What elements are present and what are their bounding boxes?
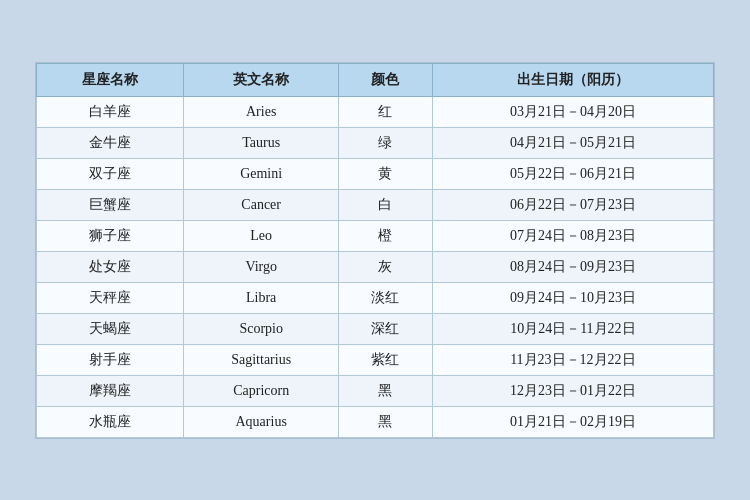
cell-chinese-name: 射手座	[37, 344, 184, 375]
table-body: 白羊座Aries红03月21日－04月20日金牛座Taurus绿04月21日－0…	[37, 96, 714, 437]
header-birthdate: 出生日期（阳历）	[432, 63, 713, 96]
cell-color: 红	[339, 96, 433, 127]
table-row: 金牛座Taurus绿04月21日－05月21日	[37, 127, 714, 158]
cell-english-name: Gemini	[184, 158, 339, 189]
cell-color: 橙	[339, 220, 433, 251]
cell-birthdate: 03月21日－04月20日	[432, 96, 713, 127]
table-row: 处女座Virgo灰08月24日－09月23日	[37, 251, 714, 282]
cell-color: 灰	[339, 251, 433, 282]
cell-birthdate: 04月21日－05月21日	[432, 127, 713, 158]
cell-color: 淡红	[339, 282, 433, 313]
cell-english-name: Cancer	[184, 189, 339, 220]
cell-birthdate: 10月24日－11月22日	[432, 313, 713, 344]
cell-chinese-name: 处女座	[37, 251, 184, 282]
cell-birthdate: 11月23日－12月22日	[432, 344, 713, 375]
cell-birthdate: 07月24日－08月23日	[432, 220, 713, 251]
cell-english-name: Virgo	[184, 251, 339, 282]
cell-english-name: Taurus	[184, 127, 339, 158]
cell-chinese-name: 天蝎座	[37, 313, 184, 344]
cell-color: 黑	[339, 375, 433, 406]
cell-english-name: Libra	[184, 282, 339, 313]
table-row: 射手座Sagittarius紫红11月23日－12月22日	[37, 344, 714, 375]
table-row: 天秤座Libra淡红09月24日－10月23日	[37, 282, 714, 313]
cell-chinese-name: 狮子座	[37, 220, 184, 251]
header-chinese-name: 星座名称	[37, 63, 184, 96]
cell-english-name: Capricorn	[184, 375, 339, 406]
cell-birthdate: 01月21日－02月19日	[432, 406, 713, 437]
cell-english-name: Leo	[184, 220, 339, 251]
table-row: 水瓶座Aquarius黑01月21日－02月19日	[37, 406, 714, 437]
cell-color: 黄	[339, 158, 433, 189]
cell-color: 绿	[339, 127, 433, 158]
cell-color: 黑	[339, 406, 433, 437]
cell-chinese-name: 白羊座	[37, 96, 184, 127]
cell-english-name: Aquarius	[184, 406, 339, 437]
header-color: 颜色	[339, 63, 433, 96]
table-header-row: 星座名称 英文名称 颜色 出生日期（阳历）	[37, 63, 714, 96]
zodiac-table: 星座名称 英文名称 颜色 出生日期（阳历） 白羊座Aries红03月21日－04…	[36, 63, 714, 438]
cell-english-name: Sagittarius	[184, 344, 339, 375]
cell-birthdate: 12月23日－01月22日	[432, 375, 713, 406]
cell-birthdate: 09月24日－10月23日	[432, 282, 713, 313]
cell-chinese-name: 摩羯座	[37, 375, 184, 406]
cell-chinese-name: 双子座	[37, 158, 184, 189]
zodiac-table-container: 星座名称 英文名称 颜色 出生日期（阳历） 白羊座Aries红03月21日－04…	[35, 62, 715, 439]
cell-birthdate: 06月22日－07月23日	[432, 189, 713, 220]
table-row: 摩羯座Capricorn黑12月23日－01月22日	[37, 375, 714, 406]
table-row: 天蝎座Scorpio深红10月24日－11月22日	[37, 313, 714, 344]
cell-color: 深红	[339, 313, 433, 344]
cell-color: 白	[339, 189, 433, 220]
cell-chinese-name: 巨蟹座	[37, 189, 184, 220]
cell-english-name: Scorpio	[184, 313, 339, 344]
cell-color: 紫红	[339, 344, 433, 375]
cell-chinese-name: 水瓶座	[37, 406, 184, 437]
cell-english-name: Aries	[184, 96, 339, 127]
table-row: 白羊座Aries红03月21日－04月20日	[37, 96, 714, 127]
cell-chinese-name: 金牛座	[37, 127, 184, 158]
cell-chinese-name: 天秤座	[37, 282, 184, 313]
table-row: 狮子座Leo橙07月24日－08月23日	[37, 220, 714, 251]
table-row: 巨蟹座Cancer白06月22日－07月23日	[37, 189, 714, 220]
cell-birthdate: 05月22日－06月21日	[432, 158, 713, 189]
header-english-name: 英文名称	[184, 63, 339, 96]
table-row: 双子座Gemini黄05月22日－06月21日	[37, 158, 714, 189]
cell-birthdate: 08月24日－09月23日	[432, 251, 713, 282]
